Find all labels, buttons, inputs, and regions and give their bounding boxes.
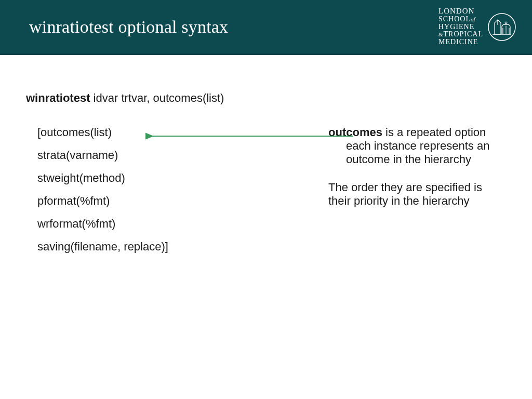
explanation-column: outcomes is a repeated option each insta… bbox=[328, 126, 506, 254]
command-line: winratiotest idvar trtvar, outcomes(list… bbox=[26, 91, 506, 105]
slide-body: winratiotest idvar trtvar, outcomes(list… bbox=[0, 55, 532, 254]
body-columns: [outcomes(list) strata(varname) stweight… bbox=[26, 126, 506, 254]
logo-text: LONDON SCHOOLof HYGIENE &TROPICAL MEDICI… bbox=[438, 7, 483, 46]
option-item: wrformat(%fmt) bbox=[37, 217, 308, 231]
option-item: saving(filename, replace)] bbox=[37, 240, 308, 254]
explanation-para-1: outcomes is a repeated option each insta… bbox=[328, 126, 506, 166]
slide-title: winratiotest optional syntax bbox=[29, 17, 228, 37]
options-list: [outcomes(list) strata(varname) stweight… bbox=[26, 126, 308, 254]
option-item: pformat(%fmt) bbox=[37, 194, 308, 208]
command-name: winratiotest bbox=[26, 91, 90, 104]
explanation-para-2: The order they are specified is their pr… bbox=[328, 181, 506, 208]
logo-seal-icon bbox=[487, 12, 516, 42]
institution-logo: LONDON SCHOOLof HYGIENE &TROPICAL MEDICI… bbox=[438, 7, 516, 46]
option-item: stweight(method) bbox=[37, 171, 308, 185]
option-item: strata(varname) bbox=[37, 149, 308, 162]
svg-point-1 bbox=[505, 22, 507, 24]
option-item: [outcomes(list) bbox=[37, 126, 308, 139]
slide-header: winratiotest optional syntax LONDON SCHO… bbox=[0, 0, 532, 55]
command-args: idvar trtvar, outcomes(list) bbox=[90, 91, 224, 104]
